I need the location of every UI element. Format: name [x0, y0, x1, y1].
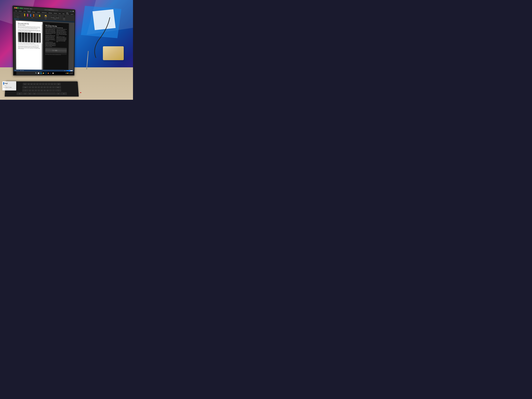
key-e[interactable]: E: [33, 83, 36, 86]
key-backspace[interactable]: ⌫: [57, 83, 61, 86]
key-r[interactable]: R: [36, 83, 38, 86]
zoom-slider[interactable]: [66, 70, 73, 71]
key-j[interactable]: J: [46, 86, 49, 89]
tab-review[interactable]: Review: [53, 12, 58, 14]
key-o[interactable]: O: [51, 83, 53, 86]
keyboard-row-1: Tab Q W E R T Y U I O P ⌫: [6, 83, 77, 86]
highlighter-yellow[interactable]: [38, 14, 41, 18]
key-l[interactable]: L: [52, 86, 55, 89]
key-x[interactable]: X: [32, 89, 34, 92]
key-alt-l[interactable]: Alt: [32, 92, 37, 95]
key-m[interactable]: M: [46, 89, 49, 92]
page1-scrollbar[interactable]: [42, 25, 42, 73]
brand-color-bar: [3, 82, 4, 85]
search-tool-button[interactable]: ⊙: [18, 13, 21, 16]
key-shift-r[interactable]: ⇧: [55, 89, 61, 92]
comments-icon[interactable]: 💬: [73, 11, 74, 12]
taskbar-start-button[interactable]: ⊞: [15, 72, 17, 74]
tab-mailings[interactable]: Mailings: [48, 12, 53, 14]
minimize-button[interactable]: [16, 7, 17, 9]
page-1: The scoop of the day The latest updates …: [16, 21, 43, 75]
tab-layout2[interactable]: Layout: [70, 13, 74, 15]
cursor-tool-button[interactable]: ↖: [15, 13, 18, 16]
key-t[interactable]: T: [39, 83, 41, 86]
key-k[interactable]: K: [49, 86, 52, 89]
search-bar[interactable]: Search (Alt+Q): [44, 9, 58, 11]
key-enter[interactable]: Enter: [55, 86, 61, 89]
key-v[interactable]: V: [38, 89, 40, 92]
page1-para1: Video provides a powerful way to help yo…: [18, 26, 41, 29]
tab-file[interactable]: File: [14, 10, 18, 12]
pen-pink[interactable]: [26, 13, 29, 17]
key-win[interactable]: ⊞: [28, 92, 32, 95]
taskbar-word[interactable]: W: [50, 72, 52, 74]
taskbar-search[interactable]: 🔍: [35, 72, 37, 74]
pen-yellow[interactable]: [23, 13, 26, 17]
key-a[interactable]: A: [29, 86, 31, 89]
key-ctrl-r[interactable]: Ctrl: [61, 92, 67, 95]
pages-container[interactable]: The scoop of the day The latest updates …: [15, 20, 74, 75]
taskbar-taskview[interactable]: ⬜: [38, 72, 39, 74]
thinkpad-trackpoint[interactable]: [80, 92, 81, 93]
keyboard-row-2: Caps A S D F G H J K L Enter: [6, 86, 77, 89]
tab-design[interactable]: Design: [31, 11, 36, 13]
ink-to-shape-button[interactable]: △ Ink to Shape: [51, 15, 55, 18]
key-d[interactable]: D: [35, 86, 37, 89]
tab-layout[interactable]: Layout: [36, 11, 41, 13]
maximize-button[interactable]: [17, 7, 19, 9]
key-g[interactable]: G: [40, 86, 43, 89]
ink-to-math-button[interactable]: ∑ Ink to Math: [55, 15, 60, 19]
convert-group-label: Convert: [54, 18, 56, 19]
taskbar-explorer[interactable]: 📁: [42, 72, 44, 74]
tab-help[interactable]: Help: [62, 13, 65, 15]
pen-orange[interactable]: [32, 14, 35, 17]
tab-draw[interactable]: Draw: [27, 11, 31, 13]
key-comma[interactable]: ,: [49, 89, 52, 92]
key-alt-r[interactable]: Alt: [56, 92, 61, 95]
ink-to-shape-label: Ink to Shape: [51, 17, 54, 18]
taskbar-firefox[interactable]: 🦊: [47, 72, 49, 74]
key-s[interactable]: S: [32, 86, 34, 89]
tab-view[interactable]: View: [58, 13, 62, 14]
taskbar-edge[interactable]: 🌐: [40, 72, 42, 74]
share-icon[interactable]: Share: [70, 11, 72, 12]
replay-icon: ↺: [63, 16, 65, 18]
key-z[interactable]: Z: [29, 89, 31, 92]
taskbar-app1[interactable]: 📋: [52, 72, 54, 74]
replay-button[interactable]: ↺ Replay: [62, 15, 66, 19]
page1-scrollbar-thumb[interactable]: [42, 25, 42, 44]
pen-blue[interactable]: [29, 13, 32, 17]
key-tab[interactable]: Tab: [23, 83, 27, 86]
key-u[interactable]: U: [45, 83, 47, 86]
close-button[interactable]: [14, 7, 16, 8]
key-c[interactable]: C: [35, 89, 37, 92]
key-n[interactable]: N: [43, 89, 46, 92]
key-period[interactable]: .: [52, 89, 55, 92]
screen-bezel: AutoSave Document1 - Word Search (Alt+Q)…: [13, 6, 75, 75]
key-ctrl-l[interactable]: Ctrl: [17, 92, 23, 95]
key-h[interactable]: H: [43, 86, 46, 89]
key-f[interactable]: F: [38, 86, 40, 89]
key-fn[interactable]: Fn: [23, 92, 27, 95]
pen-dark[interactable]: [35, 14, 38, 18]
tab-table-design[interactable]: Table Design: [65, 12, 70, 15]
key-b[interactable]: B: [40, 89, 43, 92]
key-space[interactable]: [37, 92, 56, 95]
taskbar-store[interactable]: 🛍: [45, 72, 47, 74]
key-shift-l[interactable]: ⇧: [22, 89, 28, 92]
key-i[interactable]: I: [48, 83, 50, 86]
key-q[interactable]: Q: [27, 83, 30, 86]
touch-tools: ↖ ⊙: [15, 13, 21, 17]
pens-items: [23, 13, 41, 18]
page2-para3: To make your document look professionall…: [45, 42, 56, 47]
tab-home[interactable]: Home: [18, 10, 22, 12]
word-count: 3505 words: [20, 70, 24, 71]
page-info: Page 1 of 4: [15, 70, 19, 71]
key-w[interactable]: W: [30, 83, 33, 86]
key-caps[interactable]: Caps: [22, 86, 28, 89]
tab-insert[interactable]: Insert: [22, 11, 27, 12]
key-p[interactable]: P: [54, 83, 56, 86]
draw-with-touch-button[interactable]: ✍ Draw withTouch: [44, 14, 48, 18]
key-y[interactable]: Y: [42, 83, 44, 86]
document-area[interactable]: The scoop of the day The latest updates …: [13, 19, 74, 75]
